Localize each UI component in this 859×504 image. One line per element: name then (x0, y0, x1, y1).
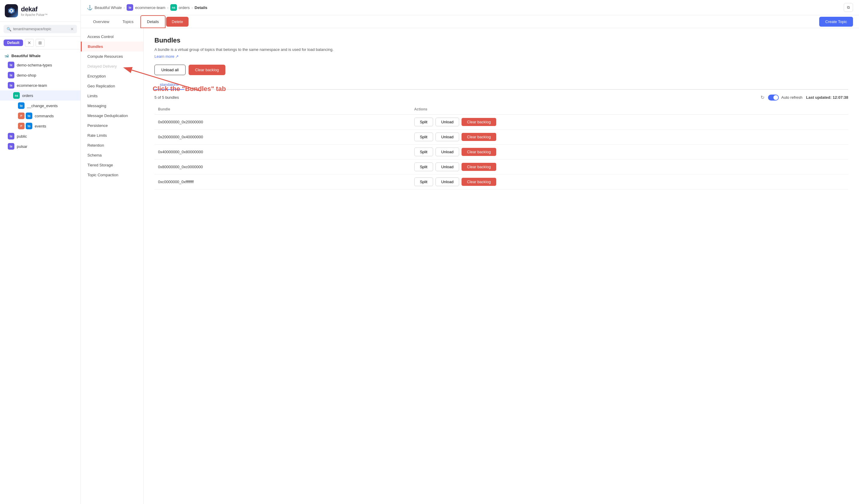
content-area: Access Control Bundles Compute Resources… (81, 28, 859, 504)
unload-button[interactable]: Unload (436, 148, 459, 156)
nav-topic-compaction[interactable]: Topic Compaction (81, 170, 144, 180)
nav-access-control[interactable]: Access Control (81, 32, 144, 42)
learn-more-link[interactable]: Learn more ↗ (154, 54, 179, 59)
to-badge: to (26, 123, 32, 129)
nav-compute-resources[interactable]: Compute Resources (81, 51, 144, 61)
svg-point-2 (11, 10, 12, 12)
bundles-title: Bundles (154, 36, 848, 44)
breadcrumb-orders[interactable]: orders (179, 5, 190, 10)
main-area: ⚓ Beautiful Whale › te ecommerce-team › … (81, 0, 859, 504)
split-button[interactable]: Split (414, 178, 433, 186)
sidebar-item-change-events[interactable]: to __change_events (0, 101, 80, 111)
filter-tab-standalone[interactable]: standalone (154, 80, 184, 90)
clear-backlog-row-button[interactable]: Clear backlog (462, 178, 496, 186)
nav-message-deduplication[interactable]: Message Deduplication (81, 111, 144, 121)
sidebar-item-label: public (17, 134, 27, 139)
sidebar-item-demo-schema-types[interactable]: te demo-schema-types (0, 60, 80, 70)
search-icon: 🔍 (6, 27, 11, 31)
clear-backlog-row-button[interactable]: Clear backlog (462, 148, 496, 156)
sidebar-ctrl-expand[interactable]: ⊞ (35, 39, 45, 47)
sidebar-item-events[interactable]: P to events (0, 121, 80, 131)
breadcrumb-sep2: › (167, 5, 168, 10)
to-badge: to (18, 102, 25, 109)
bundles-description: A bundle is a virtual group of topics th… (154, 47, 848, 53)
sidebar-item-orders[interactable]: ns orders (0, 90, 80, 101)
sidebar-item-commands[interactable]: P to commands (0, 111, 80, 121)
nav-schema[interactable]: Schema (81, 150, 144, 160)
tab-details[interactable]: Details (140, 15, 166, 28)
split-button[interactable]: Split (414, 133, 433, 141)
clear-backlog-row-button[interactable]: Clear backlog (462, 163, 496, 171)
ns-badge-bc: ns (170, 4, 177, 11)
tab-overview[interactable]: Overview (87, 16, 116, 28)
auto-refresh-label: Auto refresh (781, 95, 802, 100)
external-link-icon: ↗ (176, 54, 179, 59)
env-badge[interactable]: Default (4, 40, 23, 46)
refresh-button[interactable]: ↻ (760, 95, 765, 100)
sidebar-item-public[interactable]: te public (0, 131, 80, 141)
table-row: 0x20000000_0x40000000 Split Unload Clear… (154, 129, 848, 144)
clear-backlog-row-button[interactable]: Clear backlog (462, 118, 496, 126)
sidebar-item-pulsar[interactable]: te pulsar (0, 141, 80, 151)
unload-button[interactable]: Unload (436, 118, 459, 126)
actions-cell: Split Unload Clear backlog (411, 129, 848, 144)
auto-refresh-toggle[interactable] (768, 95, 779, 101)
logo-area: dekaf for Apache Pulsar™ (0, 0, 80, 22)
sidebar-item-label: orders (22, 93, 33, 98)
topbar-copy-button[interactable]: ⧉ (844, 3, 853, 12)
breadcrumb-ecommerce-team[interactable]: ecommerce-team (135, 5, 165, 10)
sidebar-item-label: commands (35, 114, 54, 118)
sidebar-item-label: Beautiful Whale (11, 54, 41, 58)
nav-persistence[interactable]: Persistence (81, 121, 144, 131)
nav-geo-replication[interactable]: Geo Replication (81, 81, 144, 91)
main-panel: Bundles A bundle is a virtual group of t… (144, 28, 859, 504)
nav-messaging[interactable]: Messaging (81, 101, 144, 111)
create-topic-button[interactable]: Create Topic (819, 17, 853, 27)
bundle-cell: 0xc0000000_0xffffffff (154, 174, 411, 189)
nav-bundles[interactable]: Bundles (81, 42, 144, 51)
unload-all-button[interactable]: Unload all (154, 65, 185, 75)
to-badge: to (26, 112, 32, 119)
sidebar-ctrl-close[interactable]: ✕ (25, 39, 34, 47)
auto-refresh-toggle-area: Auto refresh (768, 95, 802, 101)
search-box[interactable]: 🔍 ✕ (4, 25, 77, 33)
split-button[interactable]: Split (414, 163, 433, 171)
te-badge: te (8, 82, 14, 89)
bundles-table: Bundle Actions 0x00000000_0x20000000 Spl… (154, 104, 848, 190)
table-row: 0x80000000_0xc0000000 Split Unload Clear… (154, 159, 848, 174)
breadcrumb-current: Details (195, 5, 207, 10)
bundle-cell: 0x00000000_0x20000000 (154, 114, 411, 129)
actions-cell: Split Unload Clear backlog (411, 114, 848, 129)
nav-limits[interactable]: Limits (81, 91, 144, 101)
nav-retention[interactable]: Retention (81, 140, 144, 150)
split-button[interactable]: Split (414, 118, 433, 126)
unload-button[interactable]: Unload (436, 163, 459, 171)
sidebar-item-label: pulsar (17, 144, 27, 149)
clear-backlog-button[interactable]: Clear backlog (189, 65, 226, 75)
split-button[interactable]: Split (414, 148, 433, 156)
breadcrumb-beautiful-whale[interactable]: Beautiful Whale (94, 5, 122, 10)
clear-backlog-row-button[interactable]: Clear backlog (462, 133, 496, 141)
filter-tabs: standalone (154, 80, 848, 90)
unload-button[interactable]: Unload (436, 178, 459, 186)
bundle-cell: 0x40000000_0x80000000 (154, 144, 411, 159)
search-input[interactable] (13, 27, 69, 31)
nav-rate-limits[interactable]: Rate Limits (81, 131, 144, 140)
ns-badge: ns (13, 92, 20, 99)
te-badge: te (8, 72, 14, 78)
tab-delete[interactable]: Delete (166, 17, 189, 27)
tab-topics[interactable]: Topics (116, 16, 140, 28)
col-bundle: Bundle (154, 104, 411, 114)
sidebar-item-ecommerce-team[interactable]: te ecommerce-team (0, 80, 80, 90)
sidebar-item-demo-shop[interactable]: te demo-shop (0, 70, 80, 80)
sidebar-item-beautiful-whale[interactable]: 🐋 Beautiful Whale (0, 52, 80, 60)
clear-search-icon[interactable]: ✕ (70, 27, 74, 31)
unload-button[interactable]: Unload (436, 133, 459, 141)
sidebar-item-label: __change_events (27, 104, 58, 108)
te-badge: te (8, 143, 14, 150)
te-badge: te (8, 62, 14, 68)
logo-text: dekaf for Apache Pulsar™ (21, 5, 48, 16)
sidebar: dekaf for Apache Pulsar™ 🔍 ✕ Default ✕ ⊞… (0, 0, 81, 504)
nav-tiered-storage[interactable]: Tiered Storage (81, 160, 144, 170)
nav-encryption[interactable]: Encryption (81, 71, 144, 81)
